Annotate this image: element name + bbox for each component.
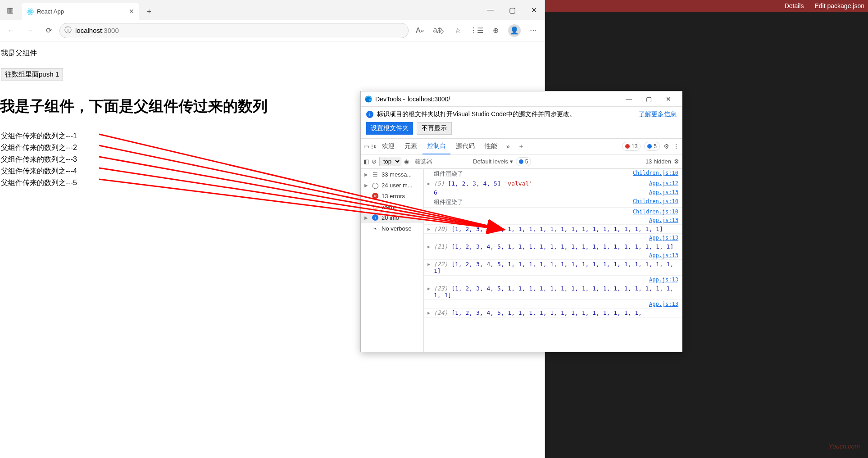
sidebar-verbose[interactable]: ⌁No verbose [361, 223, 423, 234]
console-log-row[interactable]: 组件渲染了Children.js:10 [424, 169, 682, 179]
console-log-row[interactable]: ▶(24) [1, 2, 3, 4, 5, 1, 1, 1, 1, 1, 1, … [424, 308, 682, 317]
console-log-row[interactable]: ▶(5) [1, 2, 3, 4, 5] 'valval'App.js:12 [424, 179, 682, 188]
translate-icon[interactable]: aあ [430, 22, 447, 39]
window-close-icon[interactable]: ✕ [523, 0, 545, 20]
toolbar-right-icons: A» aあ ☆ ⋮☰ ⊕ 👤 ⋯ [411, 22, 542, 39]
device-toggle-icon[interactable]: ⫶▯ [370, 143, 377, 150]
tab-close-icon[interactable]: ✕ [129, 8, 134, 15]
console-log-row[interactable]: App.js:13 [424, 234, 682, 242]
nav-forward-button[interactable]: → [22, 23, 38, 39]
react-favicon-icon [26, 8, 33, 15]
sidebar-info[interactable]: ▶i20 info [361, 212, 423, 223]
console-sidebar: ▶☰33 messa... ▶◯24 user m... ✕13 errors … [361, 169, 424, 352]
push-array-button[interactable]: 往数组里面push 1 [1, 68, 63, 81]
tab-elements[interactable]: 元素 [400, 138, 422, 154]
tab-sources[interactable]: 源代码 [451, 138, 479, 154]
devtools-title-prefix: DevTools - [375, 95, 405, 103]
console-log-row[interactable]: App.js:13 [424, 251, 682, 260]
editor-link-edit-package[interactable]: Edit package.json [814, 2, 864, 9]
address-bar: ← → ⟳ ⓘ localhost:3000 A» aあ ☆ ⋮☰ ⊕ 👤 ⋯ [0, 20, 545, 41]
sidebar-warnings[interactable]: ⚠warni [361, 201, 423, 212]
window-controls: — ▢ ✕ [480, 0, 545, 20]
console-log-row[interactable]: ▶(20) [1, 2, 3, 4, 5, 1, 1, 1, 1, 1, 1, … [424, 225, 682, 234]
console-log-row[interactable]: ▶(21) [1, 2, 3, 4, 5, 1, 1, 1, 1, 1, 1, … [424, 242, 682, 251]
devtools-close-icon[interactable]: ✕ [659, 92, 678, 106]
editor-link-details[interactable]: Details [785, 2, 804, 9]
console-log-row[interactable]: 组件渲染了Children.js:10 [424, 197, 682, 208]
errors-badge[interactable]: 13 [622, 142, 641, 151]
console-log-row[interactable]: App.js:13 [424, 276, 682, 284]
inspect-icon[interactable]: ▭ [364, 143, 369, 150]
issues-badge[interactable]: 5 [516, 157, 532, 166]
favorite-icon[interactable]: ☆ [449, 22, 466, 39]
learn-more-link[interactable]: 了解更多信息 [639, 110, 677, 118]
devtools-info-bar: i 标识项目的根文件夹以打开Visual Studio Code中的源文件并同步… [361, 107, 682, 122]
set-root-folder-button[interactable]: 设置根文件夹 [366, 122, 413, 135]
favorites-list-icon[interactable]: ⋮☰ [468, 22, 485, 39]
read-aloud-icon[interactable]: A» [411, 22, 428, 39]
console-log-row[interactable]: Children.js:10 [424, 208, 682, 216]
console-log-row[interactable]: ▶(23) [1, 2, 3, 4, 5, 1, 1, 1, 1, 1, 1, … [424, 284, 682, 300]
console-log-row[interactable]: App.js:13 [424, 216, 682, 225]
sidebar-all-messages[interactable]: ▶☰33 messa... [361, 169, 423, 180]
tab-welcome[interactable]: 欢迎 [377, 138, 399, 154]
devtools-minimize-icon[interactable]: — [619, 92, 639, 106]
window-maximize-icon[interactable]: ▢ [501, 0, 523, 20]
execution-context-select[interactable]: top [379, 157, 401, 166]
watermark-text: Yuucn.com [828, 443, 860, 450]
console-clear-icon[interactable]: ⊘ [372, 158, 377, 165]
dock-icon[interactable]: ⋮ [673, 143, 679, 150]
edge-logo-icon [364, 95, 373, 103]
parent-component-label: 我是父组件 [0, 49, 545, 58]
browser-tab[interactable]: React App ✕ [22, 3, 139, 20]
info-icon: i [366, 111, 373, 118]
devtools-maximize-icon[interactable]: ▢ [639, 92, 659, 106]
tab-performance[interactable]: 性能 [480, 138, 502, 154]
settings-icon[interactable]: ⚙ [663, 143, 669, 150]
live-expression-icon[interactable]: ◉ [404, 158, 409, 165]
window-minimize-icon[interactable]: — [480, 0, 501, 20]
nav-reload-button[interactable]: ⟳ [41, 23, 57, 39]
nav-back-button[interactable]: ← [3, 23, 19, 39]
add-tab-icon[interactable]: ＋ [514, 142, 528, 150]
devtools-window: DevTools - localhost:3000/ — ▢ ✕ i 标识项目的… [360, 91, 682, 352]
console-toolbar: ◧ ⊘ top ◉ Default levels ▾ 5 13 hidden ⚙ [361, 154, 682, 169]
url-input[interactable]: ⓘ localhost:3000 [59, 23, 409, 38]
profile-avatar[interactable]: 👤 [506, 22, 523, 39]
console-filter-input[interactable] [412, 157, 470, 166]
dismiss-button[interactable]: 不再显示 [417, 122, 452, 135]
console-settings-icon[interactable]: ⚙ [674, 158, 679, 165]
editor-error-bar: Details Edit package.json [545, 0, 868, 12]
more-icon[interactable]: ⋯ [525, 22, 542, 39]
devtools-title-url: localhost:3000/ [408, 95, 450, 103]
browser-titlebar: ▥ React App ✕ ＋ — ▢ ✕ [0, 0, 545, 20]
new-tab-button[interactable]: ＋ [141, 4, 157, 19]
devtools-tabs: ▭ ⫶▯ 欢迎 元素 控制台 源代码 性能 » ＋ 13 5 ⚙ ⋮ [361, 138, 682, 154]
more-tabs-icon[interactable]: » [503, 143, 514, 150]
url-text: localhost:3000 [75, 27, 119, 34]
hidden-count[interactable]: 13 hidden [645, 158, 671, 165]
console-sidebar-toggle-icon[interactable]: ◧ [364, 158, 369, 165]
svg-point-0 [30, 11, 31, 13]
console-log-area[interactable]: 组件渲染了Children.js:10▶(5) [1, 2, 3, 4, 5] … [424, 169, 682, 352]
collections-icon[interactable]: ⊕ [487, 22, 504, 39]
console-log-row[interactable]: ▶(22) [1, 2, 3, 4, 5, 1, 1, 1, 1, 1, 1, … [424, 260, 682, 276]
tab-console[interactable]: 控制台 [423, 138, 450, 154]
sidebar-errors[interactable]: ✕13 errors [361, 190, 423, 201]
devtools-info-text: 标识项目的根文件夹以打开Visual Studio Code中的源文件并同步更改… [377, 110, 576, 118]
sidebar-user-messages[interactable]: ▶◯24 user m... [361, 180, 423, 190]
console-log-row[interactable]: 6App.js:13 [424, 188, 682, 197]
devtools-titlebar[interactable]: DevTools - localhost:3000/ — ▢ ✕ [361, 91, 682, 107]
info-badge[interactable]: 5 [644, 142, 660, 151]
log-levels-dropdown[interactable]: Default levels ▾ [473, 158, 513, 165]
tab-title: React App [37, 8, 125, 15]
console-log-row[interactable]: App.js:13 [424, 300, 682, 308]
tab-actions-icon[interactable]: ▥ [0, 0, 20, 20]
site-info-icon[interactable]: ⓘ [64, 26, 72, 35]
